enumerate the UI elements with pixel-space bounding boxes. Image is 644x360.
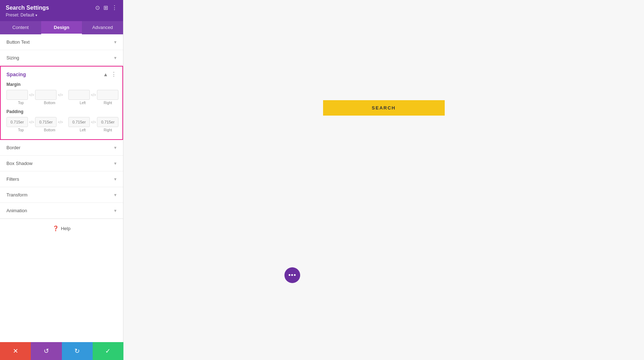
padding-right-input[interactable] <box>97 117 118 127</box>
sidebar-header-top: Search Settings ⊙ ⊞ ⋮ <box>6 4 117 11</box>
section-border[interactable]: Border ▾ <box>0 140 123 156</box>
sizing-label: Sizing <box>6 55 19 60</box>
box-shadow-chevron-icon: ▾ <box>114 161 117 166</box>
preset-chevron-icon: ▾ <box>35 13 37 17</box>
search-button-label: SEARCH <box>372 105 396 111</box>
tab-content[interactable]: Content <box>0 21 41 34</box>
section-button-text[interactable]: Button Text ▾ <box>0 34 123 50</box>
margin-top-input[interactable] <box>6 90 28 100</box>
preset-label[interactable]: Preset: Default <box>6 13 34 18</box>
section-box-shadow[interactable]: Box Shadow ▾ <box>0 156 123 171</box>
settings-icon[interactable]: ⊙ <box>95 4 100 11</box>
section-sizing[interactable]: Sizing ▾ <box>0 50 123 66</box>
undo-button[interactable]: ↺ <box>31 342 62 360</box>
section-animation[interactable]: Animation ▾ <box>0 203 123 219</box>
padding-left-label: Left <box>80 128 86 132</box>
undo-icon: ↺ <box>44 347 49 355</box>
tabs-bar: Content Design Advanced <box>0 21 123 34</box>
close-icon: ✕ <box>13 347 18 355</box>
floating-dots-button[interactable]: ••• <box>284 267 300 283</box>
sidebar: Search Settings ⊙ ⊞ ⋮ Preset: Default ▾ … <box>0 0 123 360</box>
margin-bottom-label: Bottom <box>44 101 55 105</box>
spacing-more-icon[interactable]: ⋮ <box>111 71 117 78</box>
margin-left-with-link: </> <box>68 90 97 100</box>
padding-right-label: Right <box>104 128 112 132</box>
margin-bottom-link-icon[interactable]: </> <box>57 93 64 97</box>
button-text-chevron-icon: ▾ <box>114 39 117 45</box>
spacing-section: Spacing ▲ ⋮ Margin </> Top <box>0 66 123 140</box>
section-filters[interactable]: Filters ▾ <box>0 171 123 187</box>
padding-left-group: </> Left <box>68 117 97 132</box>
bottom-toolbar: ✕ ↺ ↻ ✓ <box>0 342 123 360</box>
redo-button[interactable]: ↻ <box>62 342 93 360</box>
sidebar-header-icons: ⊙ ⊞ ⋮ <box>95 4 117 11</box>
save-icon: ✓ <box>105 347 111 355</box>
border-chevron-icon: ▾ <box>114 145 117 150</box>
animation-chevron-icon: ▾ <box>114 208 117 213</box>
sidebar-header: Search Settings ⊙ ⊞ ⋮ Preset: Default ▾ <box>0 0 123 21</box>
margin-bottom-group: </> Bottom <box>35 90 64 105</box>
filters-chevron-icon: ▾ <box>114 176 117 182</box>
padding-left-link-icon[interactable]: </> <box>90 120 97 124</box>
sidebar-title: Search Settings <box>6 5 49 11</box>
help-icon: ❓ <box>53 225 59 231</box>
padding-top-link-icon[interactable]: </> <box>28 120 35 124</box>
margin-right-group: Right <box>97 90 118 105</box>
margin-top-link-icon[interactable]: </> <box>28 93 35 97</box>
margin-left-group: </> Left <box>68 90 97 105</box>
spacing-title: Spacing <box>6 72 26 77</box>
padding-left-input[interactable] <box>68 117 90 127</box>
margin-top-with-link: </> <box>6 90 35 100</box>
tab-advanced[interactable]: Advanced <box>82 21 123 34</box>
sizing-chevron-icon: ▾ <box>114 55 117 60</box>
floating-dots-icon: ••• <box>288 272 296 279</box>
more-icon[interactable]: ⋮ <box>112 4 117 11</box>
margin-top-group: </> Top <box>6 90 35 105</box>
margin-top-label: Top <box>18 101 24 105</box>
spacing-body: Margin </> Top </> Botto <box>1 82 122 139</box>
padding-right-group: Right <box>97 117 118 132</box>
margin-label: Margin <box>6 82 117 87</box>
padding-top-input[interactable] <box>6 117 28 127</box>
sidebar-content: Button Text ▾ Sizing ▾ Spacing ▲ ⋮ Margi… <box>0 34 123 360</box>
padding-left-with-link: </> <box>68 117 97 127</box>
tab-design[interactable]: Design <box>41 21 82 34</box>
preset-row: Preset: Default ▾ <box>6 13 117 18</box>
close-button[interactable]: ✕ <box>0 342 31 360</box>
transform-chevron-icon: ▾ <box>114 192 117 198</box>
spacing-header-right: ▲ ⋮ <box>103 71 117 78</box>
main-canvas: SEARCH ••• <box>123 0 644 360</box>
button-text-label: Button Text <box>6 39 30 45</box>
redo-icon: ↻ <box>74 347 80 355</box>
spacing-collapse-icon[interactable]: ▲ <box>103 72 108 77</box>
help-text: Help <box>61 226 70 231</box>
padding-top-label: Top <box>18 128 24 132</box>
spacing-header: Spacing ▲ ⋮ <box>1 67 122 81</box>
transform-label: Transform <box>6 192 28 198</box>
search-button-preview[interactable]: SEARCH <box>323 100 445 116</box>
padding-bottom-label: Bottom <box>44 128 55 132</box>
help-row[interactable]: ❓ Help <box>0 219 123 238</box>
margin-left-input[interactable] <box>68 90 90 100</box>
margin-right-input[interactable] <box>97 90 118 100</box>
layout-icon[interactable]: ⊞ <box>103 4 108 11</box>
padding-inputs-row: </> Top </> Bottom <box>6 117 117 132</box>
margin-inputs-row: </> Top </> Bottom <box>6 90 117 105</box>
section-transform[interactable]: Transform ▾ <box>0 187 123 203</box>
margin-left-link-icon[interactable]: </> <box>90 93 97 97</box>
animation-label: Animation <box>6 208 27 213</box>
margin-bottom-with-link: </> <box>35 90 64 100</box>
padding-label: Padding <box>6 109 117 114</box>
save-button[interactable]: ✓ <box>93 342 123 360</box>
border-label: Border <box>6 145 20 150</box>
padding-top-group: </> Top <box>6 117 35 132</box>
padding-bottom-group: </> Bottom <box>35 117 64 132</box>
padding-top-with-link: </> <box>6 117 35 127</box>
margin-right-label: Right <box>104 101 112 105</box>
padding-bottom-input[interactable] <box>35 117 57 127</box>
margin-bottom-input[interactable] <box>35 90 57 100</box>
padding-bottom-with-link: </> <box>35 117 64 127</box>
padding-bottom-link-icon[interactable]: </> <box>57 120 64 124</box>
filters-label: Filters <box>6 176 19 182</box>
margin-left-label: Left <box>80 101 86 105</box>
